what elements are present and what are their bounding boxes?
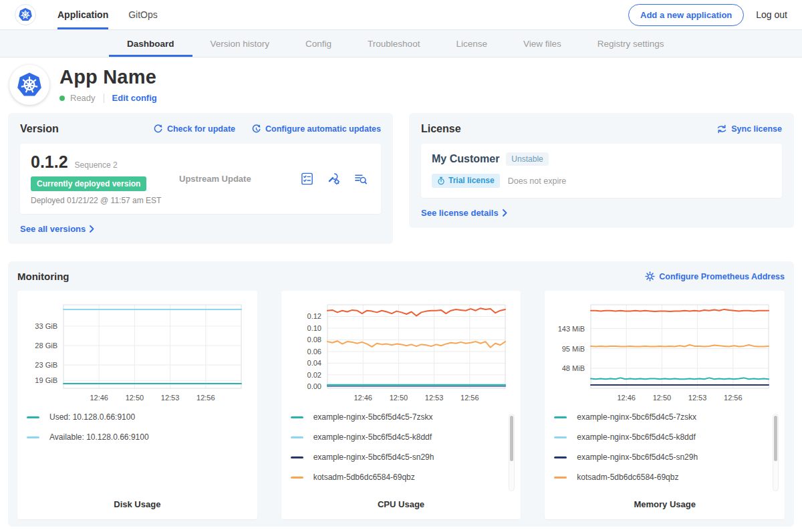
svg-text:48 MiB: 48 MiB [562, 364, 585, 372]
clock-refresh-icon [251, 124, 261, 134]
svg-text:12:56: 12:56 [196, 394, 215, 402]
topnav-tabs: ApplicationGitOps [57, 0, 158, 29]
gear-icon [645, 271, 655, 281]
monitoring-card: Monitoring Configure Prometheus Address … [8, 261, 794, 527]
legend-scrollbar[interactable] [509, 414, 515, 491]
configure-automatic-updates-link[interactable]: Configure automatic updates [251, 124, 381, 134]
deployed-timestamp: Deployed 01/21/22 @ 11:57 am EST [31, 196, 172, 205]
legend-label: example-nginx-5bc6f5d4c5-sn29h [313, 452, 434, 462]
topnav-tab-gitops[interactable]: GitOps [128, 0, 158, 29]
legend-label: kotsadm-5db6dc6584-69qbz [313, 473, 415, 482]
sync-icon [716, 124, 727, 134]
add-application-button[interactable]: Add a new application [628, 4, 744, 26]
svg-text:12:53: 12:53 [688, 394, 707, 402]
svg-text:0.02: 0.02 [307, 371, 321, 379]
svg-text:19 GiB: 19 GiB [35, 376, 57, 384]
subnav-item-dashboard[interactable]: Dashboard [109, 30, 192, 57]
svg-text:0.10: 0.10 [307, 324, 321, 332]
version-source: Upstream Update [172, 174, 300, 184]
app-status: Ready [70, 93, 96, 103]
chevron-right-icon [503, 209, 507, 217]
configure-prometheus-link[interactable]: Configure Prometheus Address [645, 271, 785, 281]
subnav-item-version-history[interactable]: Version history [192, 30, 288, 57]
legend-swatch-icon [554, 436, 567, 438]
legend-item: kotsadm-5db6dc6584-69qbz [554, 473, 775, 482]
license-card: License Sync license My Customer Unstabl… [409, 113, 794, 228]
divider [104, 94, 104, 103]
legend-swatch-icon [27, 416, 39, 418]
legend-label: Available: 10.128.0.66:9100 [49, 432, 149, 442]
legend-swatch-icon [27, 436, 39, 438]
legend-swatch-icon [291, 416, 303, 418]
version-sequence: Sequence 2 [75, 160, 118, 170]
logout-button[interactable]: Log out [756, 9, 787, 20]
see-license-details-link[interactable]: See license details [421, 208, 507, 218]
legend-scrollbar[interactable] [773, 414, 779, 491]
legend-swatch-icon [554, 456, 567, 458]
subnav-item-troubleshoot[interactable]: Troubleshoot [350, 30, 438, 57]
page-title: App Name [59, 66, 157, 88]
svg-text:12:46: 12:46 [618, 394, 636, 402]
legend-label: Used: 10.128.0.66:9100 [49, 412, 135, 422]
top-nav: ApplicationGitOps Add a new application … [0, 0, 802, 30]
svg-text:0.00: 0.00 [307, 382, 321, 390]
app-icon [9, 65, 49, 105]
memory-usage-chart: 143 MiB95 MiB48 MiB12:4612:5012:5312:56 [554, 300, 772, 404]
legend-item: example-nginx-5bc6f5d4c5-sn29h [291, 452, 512, 462]
legend-label: example-nginx-5bc6f5d4c5-k8ddf [577, 432, 695, 442]
config-tools-icon[interactable] [327, 172, 341, 186]
chart-title: CPU Usage [291, 499, 512, 511]
svg-text:12:53: 12:53 [425, 394, 444, 402]
disk-usage-chart: 33 GiB28 GiB23 GiB19 GiB12:4612:5012:531… [27, 300, 245, 404]
legend-item: kotsadm-5db6dc6584-69qbz [291, 473, 512, 482]
chevron-right-icon [90, 225, 94, 233]
svg-text:23 GiB: 23 GiB [35, 361, 57, 369]
svg-text:95 MiB: 95 MiB [562, 345, 585, 353]
legend-item: Used: 10.128.0.66:9100 [27, 412, 248, 422]
disk-usage-panel: 33 GiB28 GiB23 GiB19 GiB12:4612:5012:531… [17, 291, 257, 519]
legend-item: Available: 10.128.0.66:9100 [27, 432, 248, 442]
view-logs-icon[interactable] [354, 172, 368, 186]
svg-text:12:46: 12:46 [354, 394, 372, 402]
legend-swatch-icon [554, 416, 567, 418]
svg-text:12:50: 12:50 [653, 394, 672, 402]
kubernetes-logo-icon[interactable] [15, 4, 36, 25]
version-number: 0.1.2 [31, 152, 68, 172]
version-card-title: Version [20, 123, 59, 135]
subnav-item-config[interactable]: Config [287, 30, 350, 57]
legend-label: example-nginx-5bc6f5d4c5-7zskx [577, 412, 696, 422]
legend-label: example-nginx-5bc6f5d4c5-sn29h [577, 452, 698, 462]
cpu-usage-chart: 0.120.100.080.060.040.020.0012:4612:5012… [291, 300, 509, 404]
topnav-tab-application[interactable]: Application [57, 0, 108, 29]
subnav-item-license[interactable]: License [438, 30, 505, 57]
ready-status-dot-icon [59, 96, 65, 101]
svg-text:0.08: 0.08 [307, 336, 321, 344]
legend-swatch-icon [291, 477, 303, 479]
subnav-item-view-files[interactable]: View files [505, 30, 579, 57]
check-for-update-link[interactable]: Check for update [153, 124, 235, 134]
subnav-item-registry-settings[interactable]: Registry settings [579, 30, 682, 57]
svg-text:12:46: 12:46 [90, 394, 108, 402]
see-all-versions-link[interactable]: See all versions [20, 224, 94, 234]
legend-label: example-nginx-5bc6f5d4c5-k8ddf [313, 432, 432, 442]
legend-item: example-nginx-5bc6f5d4c5-k8ddf [554, 432, 775, 442]
sync-license-link[interactable]: Sync license [716, 124, 782, 134]
app-header: App Name Ready Edit config [0, 57, 802, 105]
svg-text:28 GiB: 28 GiB [35, 342, 57, 350]
stopwatch-icon [437, 176, 445, 185]
current-version-box: 0.1.2 Sequence 2 Currently deployed vers… [20, 144, 381, 214]
legend-item: example-nginx-5bc6f5d4c5-k8ddf [291, 432, 512, 442]
legend-swatch-icon [291, 436, 303, 438]
svg-text:12:56: 12:56 [724, 394, 743, 402]
license-box: My Customer Unstable Trial license Does … [421, 144, 782, 198]
cpu-usage-legend: example-nginx-5bc6f5d4c5-7zskxexample-ng… [291, 412, 512, 493]
monitoring-title: Monitoring [17, 271, 69, 282]
legend-swatch-icon [291, 456, 303, 458]
svg-text:12:53: 12:53 [161, 394, 180, 402]
svg-text:0.04: 0.04 [307, 359, 321, 367]
svg-text:12:50: 12:50 [389, 394, 408, 402]
preflight-checks-icon[interactable] [300, 172, 314, 186]
edit-config-link[interactable]: Edit config [112, 93, 157, 103]
chart-title: Disk Usage [27, 499, 248, 511]
channel-badge: Unstable [506, 152, 548, 166]
